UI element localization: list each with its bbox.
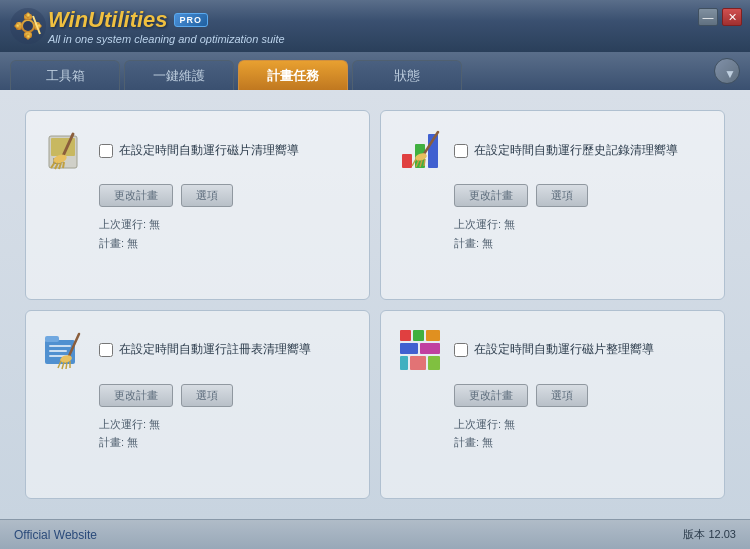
task-disk-clean-buttons: 更改計畫 選項 <box>41 184 354 207</box>
svg-rect-47 <box>400 356 408 370</box>
task-defrag: 在設定時間自動運行磁片整理嚮導 更改計畫 選項 上次運行: 無 計畫: 無 <box>380 310 725 500</box>
app-logo <box>8 6 48 46</box>
svg-rect-46 <box>420 343 440 354</box>
task-disk-clean-label-container: 在設定時間自動運行磁片清理嚮導 <box>99 142 354 159</box>
defrag-schedule: 計畫: 無 <box>454 433 709 452</box>
task-registry-clean-label: 在設定時間自動運行註冊表清理嚮導 <box>119 341 311 358</box>
window-controls: — ✕ <box>698 8 742 26</box>
task-history-clean: 在設定時間自動運行歷史記錄清理嚮導 更改計畫 選項 上次運行: 無 計畫: 無 <box>380 110 725 300</box>
disk-clean-icon <box>41 126 89 174</box>
task-disk-clean-label: 在設定時間自動運行磁片清理嚮導 <box>119 142 299 159</box>
pro-badge: PRO <box>174 13 209 27</box>
svg-rect-22 <box>402 154 412 168</box>
task-registry-clean-info: 上次運行: 無 計畫: 無 <box>41 415 354 452</box>
task-defrag-label-container: 在設定時間自動運行磁片整理嚮導 <box>454 341 709 358</box>
registry-clean-options-button[interactable]: 選項 <box>181 384 233 407</box>
svg-rect-32 <box>45 336 59 342</box>
tab-bar: 工具箱 一鍵維護 計畫任務 狀態 ▼ <box>0 52 750 90</box>
app-subtitle: All in one system cleaning and optimizat… <box>48 33 285 45</box>
svg-line-21 <box>63 162 64 168</box>
svg-rect-43 <box>413 330 424 341</box>
svg-rect-45 <box>400 343 418 354</box>
svg-rect-48 <box>410 356 426 370</box>
task-registry-clean: 在設定時間自動運行註冊表清理嚮導 更改計畫 選項 上次運行: 無 計畫: 無 <box>25 310 370 500</box>
disk-clean-schedule: 計畫: 無 <box>99 234 354 253</box>
defrag-last-run: 上次運行: 無 <box>454 415 709 434</box>
task-defrag-checkbox[interactable] <box>454 343 468 357</box>
official-website-link[interactable]: Official Website <box>14 528 97 542</box>
svg-rect-44 <box>426 330 440 341</box>
main-content: 在設定時間自動運行磁片清理嚮導 更改計畫 選項 上次運行: 無 計畫: 無 <box>0 90 750 519</box>
tab-dropdown-icon[interactable]: ▼ <box>724 67 736 81</box>
registry-clean-schedule: 計畫: 無 <box>99 433 354 452</box>
tab-status[interactable]: 狀態 <box>352 60 462 90</box>
logo-icon <box>8 6 48 46</box>
close-button[interactable]: ✕ <box>722 8 742 26</box>
task-registry-clean-header: 在設定時間自動運行註冊表清理嚮導 <box>41 326 354 374</box>
version-label: 版本 12.03 <box>683 527 736 542</box>
task-defrag-label: 在設定時間自動運行磁片整理嚮導 <box>474 341 654 358</box>
svg-rect-49 <box>428 356 440 370</box>
disk-clean-last-run: 上次運行: 無 <box>99 215 354 234</box>
task-history-clean-info: 上次運行: 無 計畫: 無 <box>396 215 709 252</box>
app-name: WinUtilities <box>48 7 168 33</box>
task-disk-clean-checkbox[interactable] <box>99 144 113 158</box>
task-defrag-buttons: 更改計畫 選項 <box>396 384 709 407</box>
svg-line-30 <box>424 159 425 166</box>
disk-clean-modify-button[interactable]: 更改計畫 <box>99 184 173 207</box>
task-disk-clean-header: 在設定時間自動運行磁片清理嚮導 <box>41 126 354 174</box>
task-history-clean-header: 在設定時間自動運行歷史記錄清理嚮導 <box>396 126 709 174</box>
registry-clean-icon <box>41 326 89 374</box>
status-bar: Official Website 版本 12.03 <box>0 519 750 549</box>
task-history-clean-label-container: 在設定時間自動運行歷史記錄清理嚮導 <box>454 142 709 159</box>
title-bar: WinUtilities PRO All in one system clean… <box>0 0 750 52</box>
minimize-button[interactable]: — <box>698 8 718 26</box>
task-disk-clean: 在設定時間自動運行磁片清理嚮導 更改計畫 選項 上次運行: 無 計畫: 無 <box>25 110 370 300</box>
task-defrag-header: 在設定時間自動運行磁片整理嚮導 <box>396 326 709 374</box>
history-clean-options-button[interactable]: 選項 <box>536 184 588 207</box>
defrag-modify-button[interactable]: 更改計畫 <box>454 384 528 407</box>
defrag-options-button[interactable]: 選項 <box>536 384 588 407</box>
history-clean-modify-button[interactable]: 更改計畫 <box>454 184 528 207</box>
task-history-clean-checkbox[interactable] <box>454 144 468 158</box>
tab-one-click[interactable]: 一鍵維護 <box>124 60 234 90</box>
task-defrag-info: 上次運行: 無 計畫: 無 <box>396 415 709 452</box>
svg-rect-33 <box>49 345 71 347</box>
task-registry-clean-checkbox[interactable] <box>99 343 113 357</box>
title-text: WinUtilities PRO All in one system clean… <box>48 7 285 45</box>
registry-clean-modify-button[interactable]: 更改計畫 <box>99 384 173 407</box>
task-history-clean-label: 在設定時間自動運行歷史記錄清理嚮導 <box>474 142 678 159</box>
history-clean-schedule: 計畫: 無 <box>454 234 709 253</box>
task-registry-clean-label-container: 在設定時間自動運行註冊表清理嚮導 <box>99 341 354 358</box>
history-clean-last-run: 上次運行: 無 <box>454 215 709 234</box>
defrag-icon <box>396 326 444 374</box>
registry-clean-last-run: 上次運行: 無 <box>99 415 354 434</box>
tab-toolbox[interactable]: 工具箱 <box>10 60 120 90</box>
svg-point-10 <box>23 21 33 31</box>
disk-clean-options-button[interactable]: 選項 <box>181 184 233 207</box>
tab-scheduled[interactable]: 計畫任務 <box>238 60 348 90</box>
task-registry-clean-buttons: 更改計畫 選項 <box>41 384 354 407</box>
svg-rect-34 <box>49 350 67 352</box>
history-clean-icon <box>396 126 444 174</box>
task-history-clean-buttons: 更改計畫 選項 <box>396 184 709 207</box>
task-disk-clean-info: 上次運行: 無 計畫: 無 <box>41 215 354 252</box>
svg-rect-42 <box>400 330 411 341</box>
svg-line-40 <box>66 362 67 369</box>
